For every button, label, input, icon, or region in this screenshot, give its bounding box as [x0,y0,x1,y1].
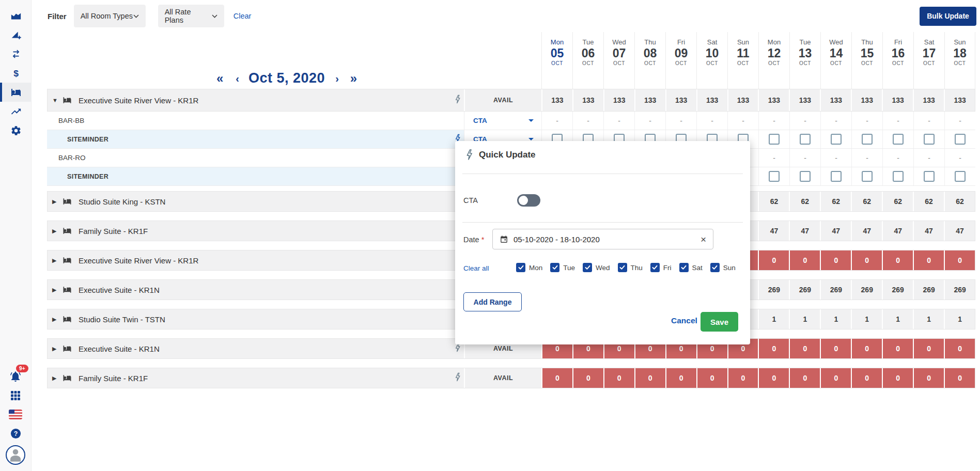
first-page-arrow[interactable]: « [216,72,223,85]
rate-plan-row: BAR-BBCTA-------------- [47,112,975,130]
user-avatar[interactable] [6,445,25,465]
calendar-day-column[interactable]: Fri16OCT [882,32,913,89]
dash-cell: - [665,112,696,130]
prev-arrow[interactable]: ‹ [236,73,239,84]
calendar-day-column[interactable]: Tue06OCT [572,32,603,89]
date-range-input[interactable]: 05-10-2020 - 18-10-2020 × [492,229,713,249]
room-type-row[interactable]: ▼Executive Suite River View - KR1RAVAIL1… [47,89,975,112]
availability-value-cell: 133 [603,89,634,111]
weekday-checkbox-tue[interactable]: Tue [550,263,575,272]
sidebar-item-dollar[interactable]: $ [0,64,32,83]
svg-text:$: $ [13,68,19,78]
availability-value-cell: 0 [882,250,913,270]
availability-checkbox[interactable] [862,171,873,182]
calendar-day-column[interactable]: Thu08OCT [634,32,665,89]
room-type-label-cell: ▶Studio Suite Twin - TSTN [48,309,452,329]
sidebar-item-help[interactable]: ? [0,424,32,443]
room-type-row[interactable]: ▶Family Suite - KR1FAVAIL00000000000000 [47,368,975,388]
weekday-checkbox-sun[interactable]: Sun [710,263,736,272]
availability-checkbox[interactable] [800,134,811,145]
cta-label: CTA [463,196,478,205]
day-number: 18 [945,46,975,60]
expand-icon: ▶ [52,316,58,323]
calendar-day-column[interactable]: Wed07OCT [603,32,634,89]
weekday-label: Thu [631,264,643,272]
calendar-day-column[interactable]: Mon05OCT [541,32,572,89]
availability-checkbox[interactable] [924,134,935,145]
availability-checkbox[interactable] [862,134,873,145]
dash-cell: - [944,112,975,130]
room-types-select[interactable]: All Room Types [74,5,146,27]
sidebar-item-bell[interactable]: 9+ [0,367,32,386]
availability-checkbox[interactable] [955,134,966,145]
day-of-week: Sun [945,38,975,46]
chevron-down-icon [133,14,139,18]
calendar-day-column[interactable]: Sat17OCT [913,32,944,89]
quick-update-bolt-icon[interactable] [452,89,464,111]
calendar-day-column[interactable]: Tue13OCT [789,32,820,89]
availability-checkbox[interactable] [893,134,904,145]
calendar-day-column[interactable]: Sat10OCT [696,32,727,89]
cancel-button[interactable]: Cancel [671,316,697,325]
sidebar-item-swap-arrows[interactable] [0,44,32,64]
last-page-arrow[interactable]: » [350,72,357,85]
sidebar-item-apps-grid[interactable] [0,386,32,405]
calendar-day-column[interactable]: Sun11OCT [727,32,758,89]
bed-icon [62,255,72,265]
weekday-checkbox-wed[interactable]: Wed [583,263,610,272]
calendar-day-column[interactable]: Wed14OCT [820,32,851,89]
checkbox-cell [913,167,944,185]
room-type-label-cell: ▶Executive Suite - KR1N [48,280,452,300]
caret-down-icon [528,119,534,122]
weekday-checkbox-mon[interactable]: Mon [516,263,542,272]
weekday-checkbox-thu[interactable]: Thu [618,263,643,272]
availability-checkbox[interactable] [800,171,811,182]
availability-checkbox[interactable] [769,134,780,145]
month-label: OCT [604,60,634,66]
availability-checkbox[interactable] [924,171,935,182]
sidebar-item-bed[interactable] [0,83,32,102]
calendar-icon [500,235,508,244]
cta-dropdown[interactable]: CTA [464,112,541,130]
sidebar-item-analytics-gear[interactable] [0,25,32,44]
caret-down-icon [528,138,534,140]
bulk-update-button[interactable]: Bulk Update [920,7,976,26]
next-arrow[interactable]: › [335,73,339,84]
weekday-checkbox-sat[interactable]: Sat [679,263,703,272]
availability-checkbox[interactable] [769,171,780,182]
quick-update-bolt-icon[interactable] [452,368,464,388]
availability-value-cell: 269 [944,280,975,300]
room-type-label-cell: ▼Executive Suite River View - KR1R [48,89,452,111]
calendar-day-column[interactable]: Fri09OCT [665,32,696,89]
clear-filters-link[interactable]: Clear [234,12,252,20]
sidebar-item-trending-up[interactable] [0,102,32,121]
bed-icon [62,373,72,383]
clear-date-icon[interactable]: × [701,234,706,244]
availability-checkbox[interactable] [831,171,842,182]
weekday-label: Sun [723,264,736,272]
availability-value-cell: 269 [758,280,789,300]
sidebar-item-gear[interactable] [0,121,32,140]
room-type-label-cell: ▶Executive Suite - KR1N [48,339,452,358]
dash-cell: - [758,149,789,167]
availability-value-cell: 0 [913,368,944,388]
calendar-day-column[interactable]: Thu15OCT [851,32,882,89]
sidebar-item-area-chart[interactable] [0,6,32,25]
availability-checkbox[interactable] [893,171,904,182]
availability-value-cell: 1 [758,309,789,329]
add-range-button[interactable]: Add Range [463,292,522,311]
availability-checkbox[interactable] [955,171,966,182]
rate-plans-select[interactable]: All Rate Plans [158,5,224,27]
clear-all-link[interactable]: Clear all [463,264,489,272]
weekday-checkbox-fri[interactable]: Fri [650,263,672,272]
app-page: $ 9+? Filter All Room Types All Rate Pla… [0,0,980,471]
availability-checkbox[interactable] [831,134,842,145]
day-number: 07 [604,46,634,60]
cta-toggle[interactable] [517,194,540,207]
availability-value-cell: 0 [758,339,789,358]
sidebar-item-us-flag[interactable] [0,405,32,424]
save-button[interactable]: Save [701,312,738,332]
availability-value-cell: 62 [913,192,944,211]
calendar-day-column[interactable]: Mon12OCT [758,32,789,89]
calendar-day-column[interactable]: Sun18OCT [944,32,975,89]
